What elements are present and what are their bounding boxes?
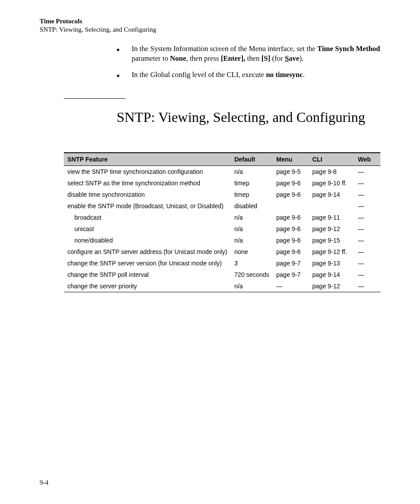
- cell-web: —: [354, 189, 380, 200]
- text: In the Global config level of the CLI, e…: [132, 70, 266, 79]
- cell-web: —: [354, 223, 380, 235]
- text: , then press: [186, 54, 221, 63]
- cell-menu: page 9-6: [273, 212, 309, 223]
- running-header-subtitle: SNTP: Viewing, Selecting, and Configurin…: [40, 26, 380, 33]
- bullet-text: In the System Information screen of the …: [132, 44, 380, 64]
- cell-feature: enable the SNTP mode (Broadcast, Unicast…: [64, 200, 231, 212]
- cell-cli: page 9-14: [309, 269, 354, 280]
- cell-cli: page 9-10 ff.: [309, 177, 354, 189]
- cell-web: —: [354, 177, 380, 189]
- text-bold: [Enter],: [221, 54, 245, 63]
- table-header-row: SNTP Feature Default Menu CLI Web: [64, 153, 380, 166]
- cell-web: —: [354, 200, 380, 212]
- text: then: [245, 54, 262, 63]
- cell-default: 720 seconds: [231, 269, 273, 280]
- table-row: configure an SNTP server address (for Un…: [64, 246, 380, 258]
- cell-default: none: [231, 246, 273, 258]
- th-feature: SNTP Feature: [64, 153, 231, 166]
- cell-default: n/a: [231, 235, 273, 246]
- cell-menu: [273, 200, 309, 212]
- text-bold-underline: S: [285, 54, 289, 63]
- text-bold: Time Synch Method: [317, 44, 380, 53]
- table-row: broadcastn/apage 9-6page 9-11—: [64, 212, 380, 223]
- table-row: change the SNTP poll interval720 seconds…: [64, 269, 380, 280]
- bullet-item: ■ In the System Information screen of th…: [117, 44, 380, 64]
- cell-web: —: [354, 280, 380, 292]
- page-number: 9-4: [40, 479, 48, 486]
- text-bold: None: [170, 54, 186, 63]
- cell-default: 3: [231, 258, 273, 269]
- bullet-text: In the Global config level of the CLI, e…: [132, 70, 380, 80]
- text: .: [303, 70, 305, 79]
- text-bold: [S]: [262, 54, 270, 63]
- text: In the System Information screen of the …: [132, 44, 317, 53]
- square-bullet-icon: ■: [117, 73, 119, 79]
- table-row: change the SNTP server version (for Unic…: [64, 258, 380, 269]
- th-menu: Menu: [273, 153, 309, 166]
- cell-cli: page 9-13: [309, 258, 354, 269]
- cell-menu: page 9-7: [273, 269, 309, 280]
- cell-feature: view the SNTP time synchronization confi…: [64, 166, 231, 177]
- bullet-list: ■ In the System Information screen of th…: [117, 44, 380, 80]
- cell-default: n/a: [231, 280, 273, 292]
- text: ).: [299, 54, 304, 63]
- cell-default: n/a: [231, 166, 273, 177]
- text: parameter to: [132, 54, 170, 63]
- cell-default: timep: [231, 189, 273, 200]
- th-default: Default: [231, 153, 273, 166]
- cell-cli: page 9-14: [309, 189, 354, 200]
- table-row: none/disabledn/apage 9-6page 9-15—: [64, 235, 380, 246]
- table-row: disable time synchronizationtimeppage 9-…: [64, 189, 380, 200]
- cell-cli: page 9-15: [309, 235, 354, 246]
- cell-web: —: [354, 258, 380, 269]
- cell-menu: page 9-6: [273, 235, 309, 246]
- cell-menu: page 9-6: [273, 246, 309, 258]
- cell-cli: [309, 200, 354, 212]
- cell-web: —: [354, 166, 380, 177]
- cell-web: —: [354, 269, 380, 280]
- feature-table: SNTP Feature Default Menu CLI Web view t…: [64, 152, 380, 292]
- cell-web: —: [354, 235, 380, 246]
- cell-default: n/a: [231, 223, 273, 235]
- cell-cli: page 9-8: [309, 166, 354, 177]
- cell-web: —: [354, 246, 380, 258]
- th-web: Web: [354, 153, 380, 166]
- feature-table-wrap: SNTP Feature Default Menu CLI Web view t…: [64, 152, 380, 292]
- cell-menu: page 9-6: [273, 177, 309, 189]
- cell-menu: page 9-5: [273, 166, 309, 177]
- cell-default: n/a: [231, 212, 273, 223]
- cell-menu: page 9-7: [273, 258, 309, 269]
- square-bullet-icon: ■: [117, 47, 119, 53]
- cell-web: —: [354, 212, 380, 223]
- running-header-title: Time Protocols: [40, 18, 380, 25]
- table-row: change the server priorityn/a—page 9-12—: [64, 280, 380, 292]
- cell-menu: page 9-6: [273, 189, 309, 200]
- cell-menu: —: [273, 280, 309, 292]
- cell-default: disabled: [231, 200, 273, 212]
- bullet-item: ■ In the Global config level of the CLI,…: [117, 70, 380, 80]
- page: Time Protocols SNTP: Viewing, Selecting,…: [0, 0, 420, 504]
- cell-cli: page 9-12: [309, 280, 354, 292]
- table-row: enable the SNTP mode (Broadcast, Unicast…: [64, 200, 380, 212]
- text-bold: no timesync: [266, 70, 303, 79]
- text: (for: [270, 54, 285, 63]
- table-row: select SNTP as the time synchronization …: [64, 177, 380, 189]
- table-row: unicastn/apage 9-6page 9-12—: [64, 223, 380, 235]
- cell-feature: change the SNTP poll interval: [64, 269, 231, 280]
- cell-feature: broadcast: [64, 212, 231, 223]
- cell-default: timep: [231, 177, 273, 189]
- text-bold: ave: [289, 54, 299, 63]
- th-cli: CLI: [309, 153, 354, 166]
- section-rule: [64, 98, 125, 99]
- cell-feature: change the SNTP server version (for Unic…: [64, 258, 231, 269]
- cell-feature: change the server priority: [64, 280, 231, 292]
- cell-cli: page 9-12: [309, 223, 354, 235]
- cell-feature: select SNTP as the time synchronization …: [64, 177, 231, 189]
- cell-menu: page 9-6: [273, 223, 309, 235]
- cell-cli: page 9-12 ff.: [309, 246, 354, 258]
- cell-feature: unicast: [64, 223, 231, 235]
- cell-cli: page 9-11: [309, 212, 354, 223]
- cell-feature: configure an SNTP server address (for Un…: [64, 246, 231, 258]
- section-heading: SNTP: Viewing, Selecting, and Configurin…: [117, 108, 380, 126]
- cell-feature: disable time synchronization: [64, 189, 231, 200]
